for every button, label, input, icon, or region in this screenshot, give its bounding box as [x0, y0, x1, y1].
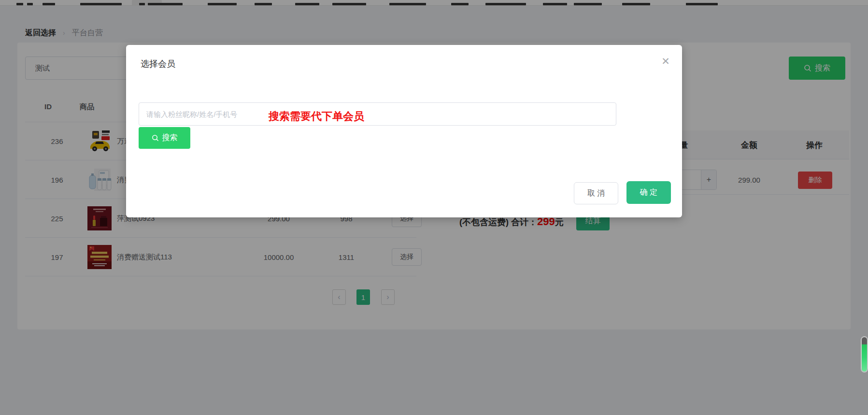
dialog-title: 选择会员 [141, 58, 175, 70]
scrollbar-thumb[interactable] [861, 337, 868, 372]
annotation-text: 搜索需要代下单会员 [269, 109, 364, 124]
cancel-button[interactable]: 取 消 [574, 182, 618, 204]
member-search-button-label: 搜索 [162, 133, 178, 143]
member-search-input[interactable] [139, 102, 616, 126]
select-member-dialog: 选择会员 ✕ 搜索需要代下单会员 搜索 取 消 确 定 [126, 45, 682, 217]
member-search-button[interactable]: 搜索 [139, 127, 190, 149]
search-icon [152, 134, 159, 142]
close-icon[interactable]: ✕ [660, 56, 671, 67]
confirm-button[interactable]: 确 定 [626, 181, 671, 204]
